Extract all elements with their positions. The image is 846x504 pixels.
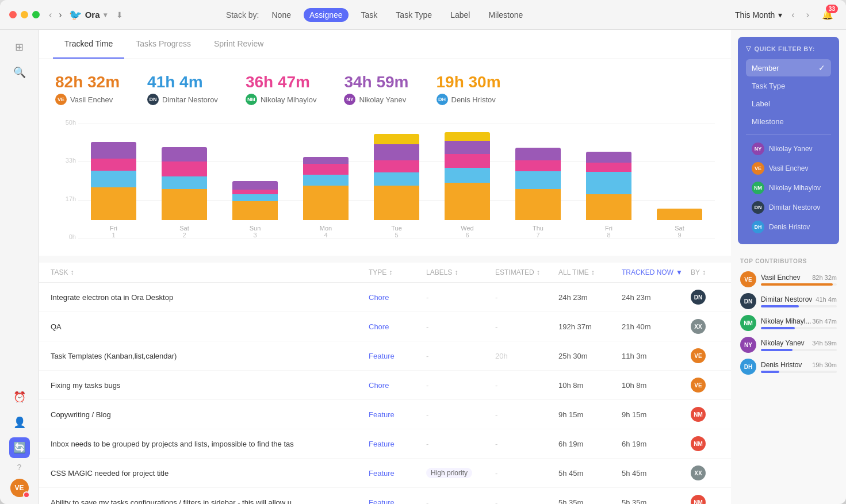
- contrib-name: Denis Hristov: [761, 361, 802, 369]
- col-labels[interactable]: LABELS ↕: [426, 268, 495, 276]
- tab-tracked-time[interactable]: Tracked Time: [53, 30, 124, 59]
- bar-segment: [445, 141, 491, 155]
- tab-tasks-progress[interactable]: Tasks Progress: [124, 30, 202, 59]
- row-avatar: VE: [691, 348, 706, 363]
- quick-filter-items: Member ✓ Task Type Label Milestone NY Ni…: [746, 59, 831, 236]
- avatar-badge: [23, 491, 30, 498]
- task-name: Ability to save my tasks configurations …: [51, 498, 369, 505]
- task-estimated: -: [495, 381, 558, 390]
- contributor-item: VE Vasil Enchev 82h 32m: [740, 271, 837, 287]
- table-row[interactable]: Copywriting / Blog Feature - - 9h 15m 9h…: [39, 400, 731, 429]
- bar-group-8: Fri8: [573, 124, 644, 238]
- task-type: Feature: [369, 469, 426, 478]
- task-tracked-now: 21h 40m: [622, 322, 691, 331]
- contrib-time: 19h 30m: [812, 361, 837, 368]
- stackby-assignee[interactable]: Assignee: [304, 8, 349, 22]
- qf-nikolay-yanev[interactable]: NY Nikolay Yanev: [746, 140, 831, 158]
- table-row[interactable]: Inbox needs to be grouped by projects an…: [39, 429, 731, 459]
- qf-nikolay-mihaylov[interactable]: NM Nikolay Mihaylov: [746, 179, 831, 197]
- bar-group-2: Sat2: [149, 124, 220, 238]
- table-row[interactable]: Integrate electron ota in Ora Desktop Ch…: [39, 283, 731, 312]
- bar-segment: [586, 194, 632, 220]
- table-row[interactable]: Ability to save my tasks configurations …: [39, 488, 731, 504]
- table-row[interactable]: QA Chore - - 192h 37m 21h 40m XX: [39, 312, 731, 341]
- qf-dimitar-nestorov[interactable]: DN Dimitar Nestorov: [746, 198, 831, 217]
- task-estimated: 20h: [495, 352, 558, 360]
- traffic-lights: [9, 11, 40, 18]
- qf-denis-hristov[interactable]: DH Denis Hristov: [746, 218, 831, 236]
- contributor-item: NY Nikolay Yanev 34h 59m: [740, 337, 837, 353]
- bar-segment: [515, 171, 561, 189]
- bar-group-6: Wed6: [432, 124, 503, 238]
- contributor-item: NM Nikolay Mihayl... 36h 47m: [740, 315, 837, 331]
- col-alltime[interactable]: ALL TIME ↕: [558, 268, 622, 276]
- bar-segment: [232, 201, 278, 220]
- qf-avatar-dn: DN: [752, 201, 764, 214]
- download-icon[interactable]: ⬇: [116, 10, 123, 20]
- stackby-label[interactable]: Label: [445, 8, 476, 22]
- contrib-time: 82h 32m: [812, 274, 837, 281]
- task-name: Copywriting / Blog: [51, 410, 369, 419]
- stat-value-nikolay-m: 36h 47m: [246, 73, 317, 91]
- qf-milestone[interactable]: Milestone: [746, 113, 831, 130]
- sidebar-layout-icon[interactable]: ⊞: [9, 37, 30, 57]
- minimize-button[interactable]: [21, 11, 28, 18]
- stackby-tasktype[interactable]: Task Type: [390, 8, 438, 22]
- task-type: Feature: [369, 498, 426, 505]
- sidebar-user-icon[interactable]: 👤: [9, 412, 30, 433]
- sidebar-search-icon[interactable]: 🔍: [9, 62, 30, 83]
- brand-icon: 🐦: [69, 9, 82, 21]
- nav-forward[interactable]: ›: [56, 9, 64, 21]
- month-label: This Month: [735, 10, 775, 20]
- month-selector[interactable]: This Month ▾: [735, 10, 782, 20]
- contrib-bar-wrap: [761, 371, 837, 373]
- task-labels: -: [426, 498, 495, 505]
- user-avatar[interactable]: VE: [10, 479, 29, 497]
- month-prev-icon[interactable]: ‹: [789, 7, 797, 22]
- contributors-title: TOP CONTRIBUTORS: [740, 258, 837, 264]
- bar-segment: [586, 172, 632, 194]
- task-name: Fixing my tasks bugs: [51, 381, 369, 390]
- table-row[interactable]: Fixing my tasks bugs Chore - - 10h 8m 10…: [39, 371, 731, 400]
- col-tracked-now[interactable]: TRACKED NOW ▼: [622, 268, 691, 276]
- contrib-info: Denis Hristov 19h 30m: [761, 361, 837, 373]
- qf-avatar-ny: NY: [752, 143, 764, 155]
- close-button[interactable]: [9, 11, 17, 18]
- stackby-milestone[interactable]: Milestone: [483, 8, 529, 22]
- maximize-button[interactable]: [32, 11, 40, 18]
- task-avatar: VE: [691, 348, 719, 363]
- filter-icon: ▽: [746, 45, 751, 52]
- qf-tasktype[interactable]: Task Type: [746, 78, 831, 94]
- contrib-info: Vasil Enchev 82h 32m: [761, 274, 837, 286]
- avatar-nikolay-m: NM: [246, 94, 257, 105]
- sidebar-refresh-icon[interactable]: 🔄: [9, 437, 30, 458]
- qf-member[interactable]: Member ✓: [746, 59, 831, 76]
- task-labels: -: [426, 293, 495, 302]
- notifications-button[interactable]: 🔔 33: [818, 6, 837, 24]
- task-alltime: 5h 45m: [558, 469, 622, 478]
- contrib-info: Dimitar Nestorov 41h 4m: [761, 295, 837, 307]
- table-row[interactable]: Task Templates (Kanban,list,calendar) Fe…: [39, 341, 731, 371]
- col-estimated[interactable]: ESTIMATED ↕: [495, 268, 558, 276]
- month-next-icon[interactable]: ›: [804, 7, 811, 22]
- qf-vasil-enchev[interactable]: VE Vasil Enchev: [746, 159, 831, 178]
- stackby-none[interactable]: None: [266, 8, 296, 22]
- col-by[interactable]: BY ↕: [691, 268, 719, 276]
- task-estimated: -: [495, 322, 558, 331]
- bar-segment: [515, 160, 561, 171]
- stat-value-nikolay-y: 34h 59m: [344, 73, 408, 91]
- qf-label[interactable]: Label: [746, 95, 831, 112]
- task-name: Task Templates (Kanban,list,calendar): [51, 352, 369, 360]
- bar-segment: [162, 147, 208, 162]
- task-name: QA: [51, 322, 369, 331]
- tab-sprint-review[interactable]: Sprint Review: [202, 30, 275, 59]
- contrib-name: Nikolay Mihayl...: [761, 317, 811, 325]
- sidebar-timer-icon[interactable]: ⏰: [9, 387, 30, 407]
- help-icon[interactable]: ?: [17, 463, 22, 472]
- stackby-task[interactable]: Task: [355, 8, 384, 22]
- col-type[interactable]: TYPE ↕: [369, 268, 426, 276]
- table-row[interactable]: CSS MAGIC needed for project title Featu…: [39, 459, 731, 488]
- task-alltime: 5h 35m: [558, 498, 622, 505]
- nav-back[interactable]: ‹: [47, 9, 54, 21]
- col-task[interactable]: TASK ↕: [51, 268, 369, 276]
